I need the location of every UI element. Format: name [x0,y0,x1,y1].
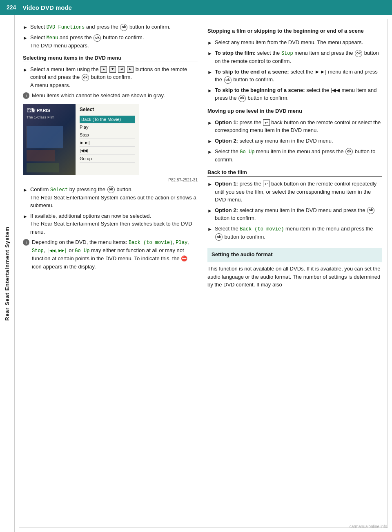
bullet-text: To skip to the end of a scene: select th… [215,68,382,84]
bullet-back-to-movie: ► Select the Back (to movie) menu item i… [207,225,382,241]
main-content: ► Select DVD Functions and press the ok … [15,15,392,532]
section-audio-format: Setting the audio format [207,248,382,262]
nav-down-icon: ▼ [109,66,116,73]
bullet-option2-moving: ► Option 2: select any menu item in the … [207,137,382,145]
audio-format-text: This function is not available on all DV… [207,265,382,289]
watermark: carmanualonline.info [350,524,387,529]
dvd-menu-screenshot: 巴黎 PARIS The 1-Class Film Select Back (T… [23,104,139,175]
bullet-select-menu-item: ► Select a menu item using the ▲ ▼ ◄ ► b… [23,65,198,89]
bullet-arrow: ► [207,69,212,76]
bullet-text: Confirm Select by pressing the ok button… [30,186,198,210]
dvd-menu-video: 巴黎 PARIS The 1-Class Film [23,104,76,175]
dvd-option-stop: Stop [80,131,135,139]
bullet-text: To stop the film: select the Stop menu i… [215,49,382,65]
ok-button-icon: ok [238,95,246,102]
bullet-arrow: ► [207,148,212,156]
back-btn-icon: ↩ [263,119,270,126]
header-title: Video DVD mode [22,4,72,11]
dvd-title: 巴黎 PARIS [27,107,73,114]
bullet-arrow: ► [207,87,212,94]
bullet-additional-options: ► If available, additional options can n… [23,212,198,236]
bullet-arrow: ► [23,66,28,74]
bullet-text: Select the Go Up menu item in the menu a… [215,148,382,164]
code-go-up2: Go Up [240,149,254,155]
bullet-skip-beginning: ► To skip to the beginning of a scene: s… [207,86,382,102]
bullet-option1-back: ► Option 1: press the ↩ back button on t… [207,180,382,204]
dvd-select-header: Select [80,107,135,112]
bullet-text: Option 1: press the ↩ back button on the… [215,118,382,134]
bullet-arrow: ► [23,213,28,220]
section-audio-format-title: Setting the audio format [212,251,378,257]
left-column: ► Select DVD Functions and press the ok … [23,23,198,524]
bullet-go-up: ► Select the Go Up menu item in the menu… [207,148,382,164]
bullet-arrow: ► [207,50,212,57]
dvd-option-back: Back (To the Movie) [80,116,135,123]
code-play: Play [176,240,187,246]
header-bar: 224 Video DVD mode [0,0,392,15]
ok-button-icon: ok [355,50,362,57]
page-number: 224 [7,4,16,11]
bullet-text: Select the Back (to movie) menu item in … [215,225,382,241]
bullet-text: Select any menu item from the DVD menu. … [215,38,363,47]
code-back-movie2: Back (to movie) [240,226,284,232]
bullet-option2-back: ► Option 2: select any menu item in the … [207,206,382,222]
code-back-movie: Back (to movie) [129,240,173,246]
info-dvd-items: i Depending on the DVD, the menu items: … [23,238,198,270]
code-ff-icon: ►►| [58,248,67,254]
sidebar-label: Rear Seat Entertainment System [4,226,10,321]
section-back-film-heading: Back to the film [207,169,382,177]
dvd-option-goup: Go up [80,155,135,163]
dvd-thumbnail [27,126,63,148]
nav-right-icon: ► [127,66,134,73]
info-text: Depending on the DVD, the menu items: Ba… [32,238,198,270]
bullet-option1-moving: ► Option 1: press the ↩ back button on t… [207,118,382,134]
dvd-option-rew: |◀◀ [80,147,135,155]
code-menu: Menu [47,35,58,41]
back-btn-icon: ↩ [263,181,270,187]
bullet-skip-end: ► To skip to the end of a scene: select … [207,68,382,84]
bullet-arrow: ► [23,34,28,42]
dvd-caption: P82.87-2521-31 [23,178,198,182]
bullet-text: If available, additional options can now… [30,212,198,236]
info-circle-icon: i [23,239,29,246]
bold-label: To skip to the end of a scene: [215,69,289,75]
dvd-thumbnail3 [27,163,59,172]
ok-button-icon: ok [215,233,223,241]
bullet-text: To skip to the beginning of a scene: sel… [215,86,382,102]
ok-button-icon: ok [224,76,232,84]
code-select: Select [50,187,68,193]
bold-label: To skip to the beginning of a scene: [215,87,305,93]
code-stop2: Stop [281,51,293,56]
code-go-up: Go Up [75,248,89,254]
dvd-subtitle: The 1-Class Film [27,115,73,119]
ok-button-icon: ok [120,24,127,31]
bullet-arrow: ► [207,207,212,215]
bullet-text: Select a menu item using the ▲ ▼ ◄ ► but… [30,65,198,89]
section-stopping-heading: Stopping a film or skipping to the begin… [207,28,382,35]
bullet-text: Select Menu and press the ok button to c… [30,34,144,50]
bullet-stop-film: ► To stop the film: select the Stop menu… [207,49,382,65]
bold-label: Option 1: [215,181,238,187]
bullet-confirm-select: ► Confirm Select by pressing the ok butt… [23,186,198,210]
ok-button-icon: ok [367,207,374,214]
section-moving-up-heading: Moving up one level in the DVD menu [207,108,382,115]
ok-button-icon: ok [82,74,89,81]
ok-button-icon: ok [345,148,353,155]
code-stop: Stop [32,248,44,254]
dvd-option-ff: ►►| [80,139,135,147]
bold-label: Option 1: [215,119,238,125]
code-rew-icon: |◀◀ [47,248,56,254]
bold-label: To stop the film: [215,50,256,56]
bullet-arrow: ► [207,39,212,47]
bullet-arrow: ► [207,138,212,145]
ok-button-icon: ok [107,186,115,193]
bullet-arrow: ► [207,226,212,233]
bullet-arrow: ► [23,186,28,194]
dvd-menu-options: Select Back (To the Movie) Play Stop ►►|… [76,104,139,175]
nav-left-icon: ◄ [118,66,125,73]
bullet-text: Option 2: select any menu item in the DV… [215,137,333,145]
bullet-arrow: ► [207,181,212,188]
bullet-text: Option 2: select any menu item in the DV… [215,206,382,222]
bullet-select-any-menu: ► Select any menu item from the DVD menu… [207,38,382,47]
bullet-arrow: ► [23,24,28,31]
